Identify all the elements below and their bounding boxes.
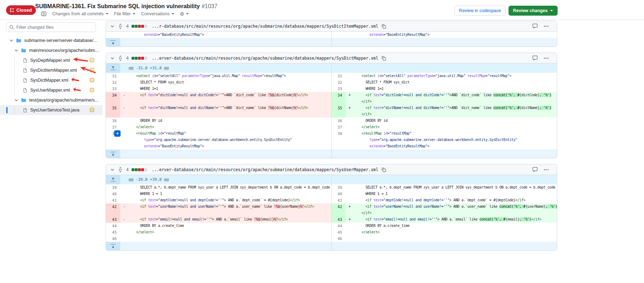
expand-hunk-button[interactable] [106, 64, 120, 73]
collapse-file-button[interactable] [110, 23, 115, 29]
comment-button[interactable] [532, 23, 538, 29]
file-header: 4...erver-database/src/main/resources/or… [106, 164, 557, 175]
fold-up-icon [111, 177, 116, 182]
collapse-file-button[interactable] [110, 55, 115, 61]
changes-from-label: Changes from all commits [52, 11, 104, 16]
diffstat-block-add [132, 57, 134, 60]
expand-down-button[interactable] [106, 38, 120, 47]
diff-left-cell: 37 </select> [106, 124, 331, 130]
comment-button[interactable] [532, 55, 538, 61]
tree-file-sysdictmapper-xml[interactable]: SysDictMapper.xml [0, 75, 103, 85]
code-line: <select id="selectAll" parameterType="ja… [128, 73, 331, 79]
tree-file-sysuserservicetest-java[interactable]: SysUserServiceTest.java [0, 105, 103, 115]
drag-grabber-icon[interactable] [118, 23, 123, 29]
diff-settings-dropdown[interactable]: ⚙ [180, 11, 189, 17]
tree-folder-submarine-server-server-database[interactable]: submarine-server/server-database/... [0, 36, 103, 45]
diff-left-cell: 33 WHERE 1=1 [106, 86, 331, 92]
file-filter-dropdown[interactable]: File filter [114, 11, 135, 16]
status-badge-label: Closed [16, 7, 32, 13]
chevron-down-icon [14, 97, 19, 103]
expand-hunk-button[interactable] [106, 175, 120, 184]
diff-sign [120, 124, 128, 130]
diff-right-cell: 38 <resultMap id="resultMap" type="org.a… [331, 130, 557, 149]
diffstat-block-del [141, 57, 144, 60]
tree-file-sysdeptmapper-xml[interactable]: SysDeptMapper.xml [0, 55, 103, 65]
line-number: 40 [331, 191, 346, 197]
expand-down-button[interactable] [106, 242, 120, 250]
code-line: SELECT a.*, b.dept_name FROM sys_user a … [128, 184, 331, 191]
drag-grabber-icon[interactable] [118, 167, 123, 173]
copy-path-button[interactable] [381, 24, 386, 29]
expand-down-button[interactable] [106, 149, 120, 158]
code-line: WHERE 1=1 [128, 86, 331, 92]
tree-folder-test-java-org-apache-submarine-s[interactable]: test/java/org/apache/submarine/s... [0, 95, 103, 105]
fold-down-icon [111, 40, 116, 45]
diff-sign [346, 79, 353, 86]
tree-item-label: main/resources/org/apache/subm... [29, 48, 99, 53]
diff-panels: 4...r-database/src/main/resources/org/ap… [103, 20, 644, 283]
diff-right-cell: 35+ <if test="dictName!=null and dictNam… [331, 105, 557, 118]
copy-path-button[interactable] [381, 167, 386, 172]
changes-from-dropdown[interactable]: Changes from all commits [52, 11, 108, 16]
code-line: WHERE 1=1 [353, 86, 557, 92]
hunk-row: @@ -31,8 +31,8 @@ [106, 64, 557, 73]
file-options-kebab-button[interactable] [543, 23, 549, 29]
diff-left-cell: 46 [106, 235, 331, 242]
diffstat-block-add [135, 57, 138, 60]
diff-left-cell: 34- <if test="dictCode!=null and dictCod… [106, 92, 331, 105]
diff-right-cell: 31 <select id="selectAll" parameterType=… [331, 73, 557, 79]
expand-row-fill [120, 149, 557, 158]
code-line: </select> [128, 124, 331, 130]
review-in-codespace-button[interactable]: Review in codespace [454, 6, 506, 16]
hunk-header-text: @@ -39,8 +39,8 @@ [120, 175, 169, 184]
code-line: WHERE 1 = 1 [128, 191, 331, 197]
add-comment-plus-button[interactable]: + [114, 130, 121, 137]
diff-sign [120, 86, 128, 92]
file-icon [23, 68, 27, 73]
code-line: </select> [353, 229, 557, 235]
diff-left-cell: extends="BaseEntityResultMap"> [106, 32, 331, 38]
diff-row: extends="BaseEntityResultMap"> extends="… [106, 32, 557, 38]
diffstat-block-del [138, 25, 141, 28]
diff-right-cell: 33 WHERE 1=1 [331, 86, 557, 92]
code-line: extends="BaseEntityResultMap"> [128, 32, 331, 38]
file-options-kebab-button[interactable] [543, 55, 549, 61]
diffstat [132, 168, 148, 171]
file-path: ...erver-database/src/main/resources/org… [152, 167, 378, 172]
line-number: 44 [331, 223, 346, 229]
code-line: </select> [128, 229, 331, 235]
file-options-kebab-button[interactable] [543, 167, 549, 173]
sidebar-collapse-icon[interactable] [41, 11, 47, 17]
line-number [331, 32, 346, 38]
comment-button[interactable] [532, 167, 538, 172]
diff-row: 42- <if test="userName!=null and userNam… [106, 203, 557, 216]
file-diff-panel-3: 4...erver-database/src/main/resources/or… [106, 164, 557, 251]
diff-right-cell: 44 ORDER BY a.create_time [331, 223, 557, 229]
diff-row: 35- <if test="dictName!=null and dictNam… [106, 105, 557, 118]
tree-file-sysusermapper-xml[interactable]: SysUserMapper.xml [0, 85, 103, 95]
collapse-file-button[interactable] [110, 167, 115, 173]
code-line: <select id="selectAll" parameterType="ja… [353, 73, 557, 79]
code-line: <if test="dictCode!=null and dictCode!='… [128, 92, 331, 105]
diff-right-cell: 36 ORDER BY id [331, 118, 557, 124]
code-line: <if test="dictCode!=null and dictCode!='… [353, 92, 557, 105]
line-number: 37 [331, 124, 346, 130]
diff-sign [120, 79, 128, 86]
files-sidebar: submarine-server/server-database/...main… [0, 20, 103, 283]
filter-changed-files-input[interactable] [16, 25, 93, 30]
code-line: <if test="userName!=null and userName!='… [128, 203, 331, 216]
code-line: SELECT * FROM sys_dict [353, 79, 557, 86]
diff-row: 38 <resultMap id="resultMap" type="org.a… [106, 130, 557, 149]
changed-lines-count: 4 [126, 24, 129, 29]
drag-grabber-icon[interactable] [118, 55, 123, 61]
code-line [353, 235, 557, 242]
diff-row: 33 WHERE 1=133 WHERE 1=1 [106, 86, 557, 92]
code-line [128, 235, 331, 242]
tree-folder-main-resources-org-apache-subm[interactable]: main/resources/org/apache/subm... [0, 45, 103, 55]
tree-item-label: SysDictItemMapper.xml [30, 68, 77, 73]
review-changes-button[interactable]: Review changes [509, 6, 558, 16]
conversations-dropdown[interactable]: Conversations [141, 11, 174, 16]
tree-file-sysdictitemmapper-xml[interactable]: SysDictItemMapper.xml [0, 65, 103, 75]
diffstat-block-add [132, 168, 134, 171]
copy-path-button[interactable] [381, 56, 386, 61]
